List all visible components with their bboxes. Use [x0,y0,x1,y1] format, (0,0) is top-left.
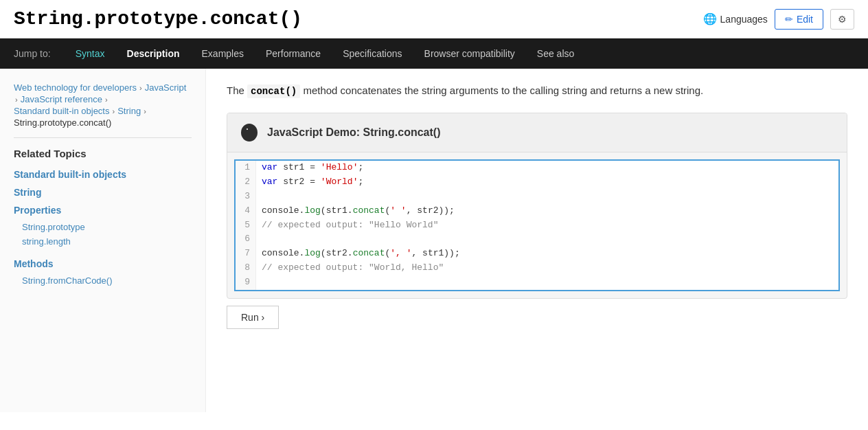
breadcrumb-string[interactable]: String [117,106,141,116]
line-content-4: console.log(str1.concat(' ', str2)); [256,204,460,218]
page-header: String.prototype.concat() 🌐 Languages ✏ … [0,0,868,38]
code-line-9: 9 [236,275,838,290]
nav-item-see-also[interactable]: See also [526,38,585,69]
sidebar-link-string-prototype[interactable]: String.prototype [14,220,192,234]
sidebar-link-string-fromcharcode[interactable]: String.fromCharCode() [14,273,192,288]
sidebar-divider [14,137,192,138]
breadcrumb-javascript[interactable]: JavaScript [145,82,187,93]
breadcrumb-sep-5: › [144,107,146,115]
demo-dino-icon [238,122,260,144]
languages-icon: 🌐 [703,12,717,25]
line-content-8: // expected output: "World, Hello" [256,261,449,275]
svg-point-2 [247,128,248,130]
edit-label: Edit [797,14,813,25]
nav-item-specifications[interactable]: Specifications [332,38,413,69]
breadcrumb-sep-2: › [15,95,18,104]
code-line-4: 4 console.log(str1.concat(' ', str2)); [236,204,838,218]
main-layout: Web technology for developers › JavaScri… [0,69,868,412]
demo-box: JavaScript Demo: String.concat() 1 var s… [227,113,847,298]
nav-item-syntax[interactable]: Syntax [65,38,116,69]
line-content-5: // expected output: "Hello World" [256,218,444,233]
svg-point-0 [241,124,258,142]
nav-item-performance[interactable]: Performance [255,38,332,69]
nav-item-browser-compat[interactable]: Browser compatibility [413,38,526,69]
breadcrumb-current: String.prototype.concat() [14,117,111,128]
navigation-bar: Jump to: Syntax Description Examples Per… [0,38,868,69]
description-after: method concatenates the string arguments… [300,84,703,96]
line-content-3 [256,190,267,204]
line-content-9 [256,275,267,290]
code-line-7: 7 console.log(str2.concat(', ', str1)); [236,247,838,261]
demo-title: JavaScript Demo: String.concat() [267,126,441,139]
code-editor: 1 var str1 = 'Hello'; 2 var str2 = 'Worl… [234,159,840,291]
edit-icon: ✏ [785,14,793,25]
breadcrumb-sep-1: › [139,84,142,92]
sidebar: Web technology for developers › JavaScri… [0,69,206,412]
header-actions: 🌐 Languages ✏ Edit ⚙ [703,9,854,30]
code-line-2: 2 var str2 = 'World'; [236,175,838,190]
line-num-7: 7 [236,247,256,261]
nav-item-examples[interactable]: Examples [191,38,255,69]
code-line-6: 6 [236,232,838,247]
breadcrumb-standard-objects[interactable]: Standard built-in objects [14,106,109,116]
code-inline-concat: concat() [247,84,300,98]
code-line-8: 8 // expected output: "World, Hello" [236,261,838,275]
breadcrumb-sep-3: › [105,95,108,104]
breadcrumb-web-tech[interactable]: Web technology for developers [14,82,137,93]
sidebar-section-standard-objects[interactable]: Standard built-in objects [14,169,192,180]
edit-button[interactable]: ✏ Edit [775,9,823,30]
line-num-4: 4 [236,204,256,218]
demo-header: JavaScript Demo: String.concat() [227,113,847,152]
nav-item-description[interactable]: Description [116,38,191,69]
sidebar-link-string-length[interactable]: string.length [14,234,192,249]
line-num-1: 1 [236,161,256,175]
sidebar-section-properties[interactable]: Properties [14,205,192,216]
line-content-6 [256,232,267,247]
related-topics-heading: Related Topics [14,148,192,159]
line-num-5: 5 [236,218,256,233]
line-content-7: console.log(str2.concat(', ', str1)); [256,247,466,261]
jump-to-label: Jump to: [14,38,58,69]
line-num-8: 8 [236,261,256,275]
description-paragraph: The concat() method concatenates the str… [227,82,847,99]
line-num-2: 2 [236,175,256,190]
page-title: String.prototype.concat() [14,8,302,30]
breadcrumb: Web technology for developers › JavaScri… [14,82,192,128]
line-content-1: var str1 = 'Hello'; [256,161,369,175]
settings-icon: ⚙ [838,14,847,25]
line-content-2: var str2 = 'World'; [256,175,369,190]
code-line-5: 5 // expected output: "Hello World" [236,218,838,233]
languages-button[interactable]: 🌐 Languages [703,12,768,25]
code-line-3: 3 [236,190,838,204]
main-content: The concat() method concatenates the str… [206,69,868,412]
code-line-1: 1 var str1 = 'Hello'; [236,161,838,175]
breadcrumb-sep-4: › [112,107,115,115]
sidebar-section-string[interactable]: String [14,187,192,198]
line-num-3: 3 [236,190,256,204]
line-num-9: 9 [236,275,256,290]
breadcrumb-js-reference[interactable]: JavaScript reference [21,94,102,104]
run-button[interactable]: Run › [227,306,279,329]
sidebar-section-methods[interactable]: Methods [14,258,192,269]
settings-button[interactable]: ⚙ [830,9,854,30]
languages-label: Languages [720,14,768,25]
line-num-6: 6 [236,232,256,247]
description-before: The [227,84,247,96]
